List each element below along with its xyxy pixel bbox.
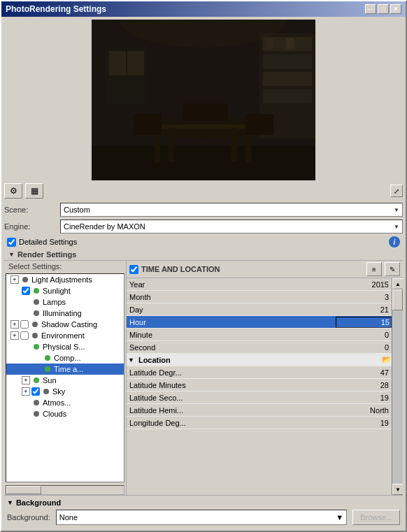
info-icon[interactable]: i xyxy=(389,236,400,247)
layout-icon-btn[interactable]: ▦ xyxy=(25,183,43,199)
tree-item-9[interactable]: + Sun xyxy=(6,375,124,386)
check-1[interactable] xyxy=(22,287,30,295)
icon-2 xyxy=(31,297,41,307)
scroll-thumb[interactable] xyxy=(392,289,403,310)
svg-rect-22 xyxy=(266,39,273,49)
tree-item-3[interactable]: Illuminating xyxy=(6,308,124,319)
engine-arrow: ▼ xyxy=(394,224,399,230)
scroll-down-btn[interactable]: ▼ xyxy=(392,484,403,495)
tree-item-7[interactable]: Comp... xyxy=(6,352,124,364)
expand-4[interactable]: + xyxy=(10,320,19,329)
scene-dropdown[interactable]: Custom ▼ xyxy=(60,203,403,217)
label-12: Clouds xyxy=(43,410,66,418)
key-lat-sec: Latitude Seco... xyxy=(127,394,336,402)
engine-row: Engine: CineRender by MAXON ▼ xyxy=(4,220,403,233)
expand-btn[interactable]: ⤢ xyxy=(390,185,403,197)
table-row-second: Second 0 xyxy=(127,341,392,354)
tree-item-11[interactable]: Atmos... xyxy=(6,397,124,408)
label-1: Sunlight xyxy=(43,287,71,295)
label-4: Shadow Casting xyxy=(41,320,97,329)
tree-item-10[interactable]: + Sky xyxy=(6,386,124,397)
key-minute: Minute xyxy=(127,331,336,339)
expand-10[interactable]: + xyxy=(22,387,30,396)
scroll-track[interactable] xyxy=(392,289,403,484)
check-5[interactable] xyxy=(20,331,29,340)
icon-0 xyxy=(20,275,30,285)
expand-9[interactable]: + xyxy=(22,376,30,384)
table-row-hour[interactable]: Hour xyxy=(127,316,392,329)
data-table: Year 2015 Month 3 Day 21 xyxy=(127,278,392,495)
left-panel: Select Settings: + Light Adjustments xyxy=(4,261,127,495)
table-row-lng-deg: Longitude Deg... 19 xyxy=(127,417,392,429)
background-row: Background: None ▼ Browse... xyxy=(7,510,400,525)
right-panel-header: TIME AND LOCATION ≡ ✎ xyxy=(127,261,403,278)
engine-value: CineRender by MAXON xyxy=(64,222,394,231)
value-lat-hemi: North xyxy=(336,406,392,415)
expand-0[interactable]: + xyxy=(10,275,19,284)
icon-7 xyxy=(43,353,52,363)
expand-5[interactable]: + xyxy=(10,331,19,340)
tree-item-2[interactable]: Lamps xyxy=(6,296,124,308)
list-icon: ≡ xyxy=(372,266,376,273)
expand-icon: ⤢ xyxy=(394,187,399,195)
key-location: Location xyxy=(136,356,379,364)
key-lat-deg: Latitude Degr... xyxy=(127,368,336,377)
settings-icon-btn[interactable]: ⚙ xyxy=(4,183,22,199)
icon-4 xyxy=(30,319,40,329)
label-6: Physical S... xyxy=(43,343,85,351)
icon-6 xyxy=(31,342,41,352)
tree-item-4[interactable]: + Shadow Casting xyxy=(6,319,124,330)
engine-label: Engine: xyxy=(4,222,60,231)
icon-5 xyxy=(30,331,40,340)
toolbar-row: ⚙ ▦ ⤢ xyxy=(4,183,403,199)
detailed-settings-row: Detailed Settings i xyxy=(4,235,403,249)
check-10[interactable] xyxy=(31,387,40,396)
icon-10 xyxy=(41,387,51,396)
title-bar-buttons: ─ □ ✕ xyxy=(365,4,401,14)
icon-3 xyxy=(31,308,41,318)
key-month: Month xyxy=(127,293,336,301)
value-hour-input[interactable] xyxy=(336,317,392,328)
background-dropdown[interactable]: None ▼ xyxy=(56,510,347,525)
background-triangle: ▼ xyxy=(7,499,13,506)
label-3: Illuminating xyxy=(43,309,82,317)
tree-item-8[interactable]: Time a... xyxy=(6,364,124,375)
render-settings-triangle: ▼ xyxy=(8,251,15,258)
table-row-minute: Minute 0 xyxy=(127,329,392,341)
svg-rect-19 xyxy=(109,51,126,76)
key-lat-min: Latitude Minutes xyxy=(127,381,336,389)
browse-button[interactable]: Browse... xyxy=(352,510,400,525)
key-lng-deg: Longitude Deg... xyxy=(127,419,336,427)
close-button[interactable]: ✕ xyxy=(390,4,401,14)
value-day: 21 xyxy=(336,305,392,314)
value-year: 2015 xyxy=(336,280,392,289)
panel-checkbox[interactable] xyxy=(129,265,138,274)
tree-item-0[interactable]: + Light Adjustments xyxy=(6,274,124,285)
scroll-up-btn[interactable]: ▲ xyxy=(392,278,403,289)
label-2: Lamps xyxy=(43,298,66,306)
engine-dropdown[interactable]: CineRender by MAXON ▼ xyxy=(60,220,403,233)
panel-list-btn[interactable]: ≡ xyxy=(366,262,382,276)
tree-item-5[interactable]: + Environment xyxy=(6,330,124,341)
right-scrollbar[interactable]: ▲ ▼ xyxy=(392,278,403,495)
value-lat-min: 28 xyxy=(336,381,392,389)
render-settings-title: Render Settings xyxy=(17,250,76,259)
maximize-button[interactable]: □ xyxy=(378,4,389,14)
table-row-year: Year 2015 xyxy=(127,278,392,291)
label-11: Atmos... xyxy=(43,398,71,407)
render-settings-header: ▼ Render Settings xyxy=(4,249,403,261)
tree-item-12[interactable]: Clouds xyxy=(6,408,124,419)
scene-arrow: ▼ xyxy=(394,207,399,213)
minimize-button[interactable]: ─ xyxy=(365,4,376,14)
svg-rect-24 xyxy=(286,38,294,49)
detailed-settings-checkbox[interactable] xyxy=(7,238,16,247)
check-4[interactable] xyxy=(20,320,29,329)
tree-item-1[interactable]: Sunlight xyxy=(6,285,124,296)
key-year: Year xyxy=(127,280,336,289)
svg-marker-2 xyxy=(92,145,315,180)
gear-icon: ⚙ xyxy=(10,186,17,196)
tree-item-6[interactable]: Physical S... xyxy=(6,341,124,352)
panel-edit-btn[interactable]: ✎ xyxy=(385,262,400,276)
svg-rect-16 xyxy=(183,103,207,121)
tree-area[interactable]: + Light Adjustments Sunlight xyxy=(6,273,124,482)
